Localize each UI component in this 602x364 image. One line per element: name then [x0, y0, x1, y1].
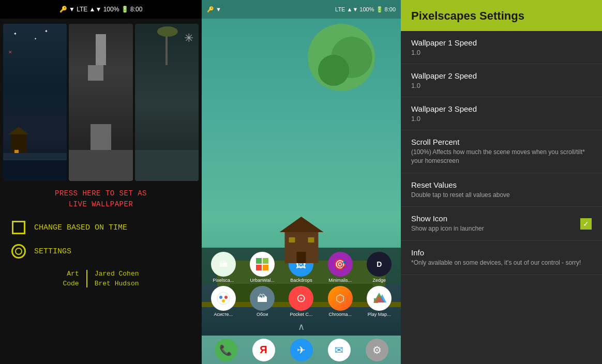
press-live-wallpaper-button[interactable]: Press here to set as live wallpaper	[47, 184, 155, 214]
left-panel: 🔑 ▼ LTE ▲▼ 100% 🔋 8:00 ✦ ✦ ✦ ✕ ✳	[0, 0, 202, 364]
change-time-label: Change based on time	[34, 223, 127, 232]
settings-header: Pixelscapes Settings	[401, 0, 602, 31]
setting-info[interactable]: Info*Only available on some devices, it'…	[401, 241, 602, 275]
dock-email[interactable]: ✉	[328, 339, 351, 361]
app-label-chrooma: Chrooma...	[326, 312, 355, 317]
svg-point-4	[217, 292, 230, 305]
app-label-assistant: Асисте...	[209, 312, 238, 317]
checkbox-icon	[10, 219, 27, 236]
setting-text-wallpaper1-speed: Wallpaper 1 Speed1.0	[411, 38, 592, 56]
app-icon-playmaps	[367, 286, 392, 311]
app-label-pixelscapes: Pixelscа...	[209, 278, 238, 283]
art-value: Jared Cohen	[95, 270, 139, 278]
app-urbanwall[interactable]: UrbanWal...	[247, 252, 278, 283]
app-oboi[interactable]: 🏔 Обои	[247, 286, 278, 317]
credits-divider	[86, 270, 87, 287]
dock-telegram[interactable]: ✈	[290, 339, 313, 361]
settings-label: Settings	[34, 247, 71, 256]
app-icon-oboi: 🏔	[250, 286, 275, 311]
setting-title-show-icon: Show Icon	[411, 214, 580, 223]
code-label: Code	[63, 280, 79, 287]
setting-title-reset-values: Reset Values	[411, 180, 592, 189]
app-label-backdrops: Backdrops	[287, 278, 315, 283]
gear-icon	[10, 243, 27, 260]
setting-wallpaper2-speed[interactable]: Wallpaper 2 Speed1.0	[401, 64, 602, 97]
svg-rect-2	[256, 265, 262, 270]
svg-rect-0	[256, 258, 262, 264]
app-label-urbanwall: UrbanWal...	[248, 278, 277, 283]
app-icon-chrooma: ⬡	[328, 286, 353, 311]
tree-area	[308, 24, 385, 101]
setting-desc-show-icon: Show app icon in launcher	[411, 224, 580, 233]
dock: 📞 Я ✈ ✉ ⚙	[202, 336, 401, 364]
setting-reset-values[interactable]: Reset ValuesDouble tap to reset all valu…	[401, 173, 602, 207]
wallpaper-previews: ✦ ✦ ✦ ✕ ✳	[0, 19, 202, 184]
setting-text-info: Info*Only available on some devices, it'…	[411, 248, 592, 267]
setting-value-wallpaper2-speed: 1.0	[411, 82, 592, 89]
app-chrooma[interactable]: ⬡ Chrooma...	[325, 286, 356, 317]
app-label-zedge: Zedge	[365, 278, 394, 283]
wallpaper-preview-1[interactable]: ✦ ✦ ✦ ✕	[3, 24, 67, 181]
app-label-playmaps: Play Map...	[365, 312, 394, 317]
setting-title-wallpaper3-speed: Wallpaper 3 Speed	[411, 104, 592, 113]
credits: Art Code Jared Cohen Bret Hudson	[63, 270, 139, 287]
setting-checkbox-show-icon[interactable]: ✓	[580, 218, 592, 230]
building-door	[297, 252, 306, 263]
setting-value-wallpaper3-speed: 1.0	[411, 115, 592, 123]
app-pocketcast[interactable]: ⊙ Pocket C...	[285, 286, 317, 317]
app-assistant[interactable]: Асисте...	[208, 286, 239, 317]
setting-desc-info: *Only available on some devices, it's ou…	[411, 259, 592, 267]
setting-show-icon[interactable]: Show IconShow app icon in launcher✓	[401, 207, 602, 241]
app-icon-minimalist: 🎯	[328, 252, 353, 277]
svg-rect-1	[263, 258, 268, 264]
tree-foliage-side	[318, 55, 349, 86]
setting-text-wallpaper3-speed: Wallpaper 3 Speed1.0	[411, 104, 592, 123]
setting-wallpaper3-speed[interactable]: Wallpaper 3 Speed1.0	[401, 97, 602, 130]
phone-content: 🏔 Pixelscа... UrbanWal... 🖼 Backdrops 🎯 …	[202, 19, 401, 364]
setting-text-show-icon: Show IconShow app icon in launcher	[411, 214, 580, 233]
wallpaper-preview-2[interactable]	[69, 24, 132, 181]
dock-phone[interactable]: 📞	[215, 339, 237, 361]
app-zedge[interactable]: D Zedge	[364, 252, 395, 283]
building-roof	[279, 217, 323, 232]
setting-scroll-percent[interactable]: Scroll Percent(100%) Affects how much th…	[401, 130, 602, 173]
setting-desc-reset-values: Double tap to reset all values above	[411, 191, 592, 200]
dock-settings[interactable]: ⚙	[366, 339, 388, 361]
settings-title: Pixelscapes Settings	[411, 9, 524, 22]
app-row-2: Асисте... 🏔 Обои ⊙ Pocket C... ⬡ Chrooma…	[204, 286, 399, 317]
settings-item[interactable]: Settings	[10, 243, 191, 260]
app-pixelscapes[interactable]: 🏔 Pixelscа...	[208, 252, 239, 283]
setting-title-scroll-percent: Scroll Percent	[411, 138, 592, 146]
change-time-item[interactable]: Change based on time	[10, 219, 191, 236]
wallpaper-preview-3[interactable]: ✳	[135, 24, 199, 181]
svg-point-6	[224, 296, 228, 299]
app-label-minimalist: Minimalis...	[326, 278, 355, 283]
dock-yandex[interactable]: Я	[252, 339, 275, 361]
building-window-right	[308, 237, 314, 242]
setting-wallpaper1-speed[interactable]: Wallpaper 1 Speed1.0	[401, 31, 602, 64]
settings-list: Wallpaper 1 Speed1.0 Wallpaper 2 Speed1.…	[401, 31, 602, 364]
swipe-up-indicator: ∧	[204, 320, 399, 333]
pixel-building	[284, 232, 318, 263]
setting-title-wallpaper2-speed: Wallpaper 2 Speed	[411, 71, 592, 80]
left-status-icons: 🔑 ▼ LTE ▲▼ 100% 🔋 8:00	[59, 6, 143, 13]
setting-text-scroll-percent: Scroll Percent(100%) Affects how much th…	[411, 138, 592, 165]
app-icon-urbanwall	[250, 252, 275, 277]
setting-value-wallpaper1-speed: 1.0	[411, 49, 592, 56]
menu-items: Change based on time Settings	[0, 214, 202, 265]
app-icon-pixelscapes: 🏔	[211, 252, 236, 277]
art-label: Art	[63, 270, 79, 278]
setting-text-wallpaper2-speed: Wallpaper 2 Speed1.0	[411, 71, 592, 89]
app-playmaps[interactable]: Play Map...	[364, 286, 395, 317]
app-minimalist[interactable]: 🎯 Minimalis...	[325, 252, 356, 283]
left-status-bar: 🔑 ▼ LTE ▲▼ 100% 🔋 8:00	[0, 0, 202, 19]
svg-point-7	[222, 299, 225, 302]
setting-desc-scroll-percent: (100%) Affects how much the scene moves …	[411, 148, 592, 165]
svg-rect-3	[263, 265, 268, 270]
credits-labels: Art Code	[63, 270, 79, 287]
middle-status-bar: 🔑 ▼ LTE ▲▼ 100% 🔋 8:00	[202, 0, 401, 19]
setting-title-wallpaper1-speed: Wallpaper 1 Speed	[411, 38, 592, 47]
code-value: Bret Hudson	[95, 280, 139, 287]
credits-values: Jared Cohen Bret Hudson	[95, 270, 139, 287]
middle-panel: 🔑 ▼ LTE ▲▼ 100% 🔋 8:00	[202, 0, 401, 364]
